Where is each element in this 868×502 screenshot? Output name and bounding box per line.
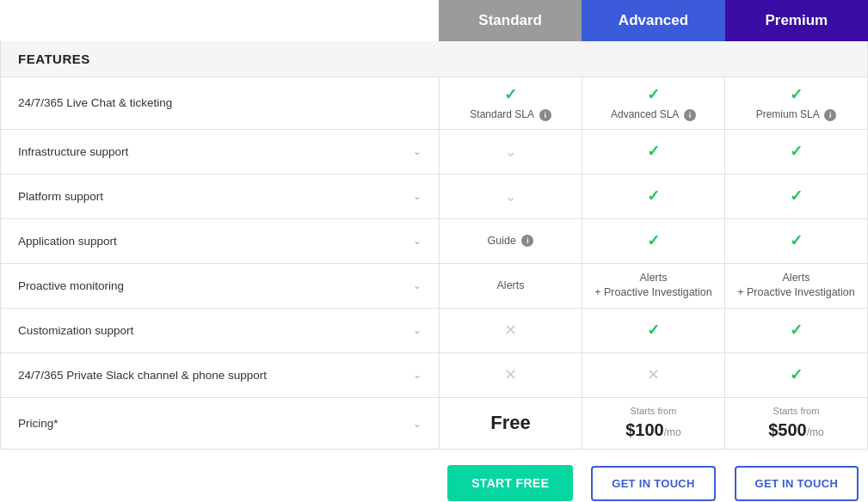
table-row: Pricing* ⌄ Free Starts from $100/mo Star… <box>1 398 867 449</box>
check-icon: ✓ <box>790 320 803 341</box>
features-section: FEATURES 24/7/365 Live Chat & ticketing … <box>0 41 868 450</box>
check-icon: ✓ <box>790 186 803 207</box>
feature-label: Proactive monitoring ⌄ <box>1 264 440 308</box>
cta-row: START FREE GET IN TOUCH GET IN TOUCH <box>439 450 868 502</box>
chevron-icon: ⌄ <box>413 324 422 336</box>
advanced-cell: Alerts + Proactive Investigation <box>582 264 725 308</box>
standard-cell: Guide i <box>440 219 582 263</box>
check-icon: ✓ <box>790 84 803 106</box>
advanced-cell: Starts from $100/mo <box>582 398 725 449</box>
premium-cell: ✓ Premium SLA i <box>725 77 867 129</box>
chevron-icon: ⌄ <box>413 418 422 430</box>
premium-cell: ✓ <box>725 309 867 352</box>
advanced-cell: ✓ <box>582 130 725 174</box>
chevron-icon: ⌄ <box>413 369 422 381</box>
table-row: Infrastructure support ⌄ ⌄ ✓ ✓ <box>1 130 867 174</box>
feature-label: Application support ⌄ <box>1 219 440 263</box>
standard-cell: ✕ <box>440 353 582 397</box>
chevron-icon: ⌄ <box>413 145 422 157</box>
standard-cell: Free <box>440 398 582 449</box>
feature-label: Pricing* ⌄ <box>1 398 440 449</box>
x-icon: ✕ <box>504 320 517 341</box>
premium-cell: ✓ <box>725 174 867 218</box>
table-row: 24/7/365 Private Slack channel & phone s… <box>1 353 867 398</box>
premium-get-in-touch-button[interactable]: GET IN TOUCH <box>735 466 859 501</box>
check-icon: ✓ <box>647 141 660 162</box>
advanced-cell: ✓ <box>582 219 725 263</box>
check-icon: ✓ <box>790 230 803 252</box>
check-icon: ✓ <box>790 364 803 386</box>
info-icon[interactable]: i <box>521 235 533 247</box>
table-row: 24/7/365 Live Chat & ticketing ✓ Standar… <box>1 77 867 130</box>
check-icon: ✓ <box>647 84 660 106</box>
advanced-cell: ✓ Advanced SLA i <box>582 77 725 129</box>
chevron-icon: ⌄ <box>413 235 422 247</box>
cross-icon: ⌄ <box>504 141 517 162</box>
premium-cell: Alerts + Proactive Investigation <box>725 264 867 308</box>
feature-label: 24/7/365 Private Slack channel & phone s… <box>1 353 440 397</box>
check-icon: ✓ <box>504 84 517 106</box>
premium-cell: ✓ <box>725 130 867 174</box>
premium-cell: ✓ <box>725 353 867 397</box>
premium-cell: ✓ <box>725 219 867 263</box>
start-free-button[interactable]: START FREE <box>447 465 573 501</box>
standard-cta: START FREE <box>439 465 582 501</box>
standard-cell: ✕ <box>440 309 582 352</box>
info-icon[interactable]: i <box>684 109 696 121</box>
feature-label: 24/7/365 Live Chat & ticketing <box>1 77 440 129</box>
chevron-icon: ⌄ <box>413 190 422 202</box>
info-icon[interactable]: i <box>539 109 551 121</box>
standard-cell: ⌄ <box>440 130 582 174</box>
check-icon: ✓ <box>790 141 803 162</box>
standard-cell: Alerts <box>440 264 582 308</box>
advanced-header: Advanced <box>582 0 724 41</box>
standard-cell: ✓ Standard SLA i <box>440 77 582 129</box>
feature-label: Platform support ⌄ <box>1 174 440 218</box>
pricing-table: Standard Advanced Premium FEATURES 24/7/… <box>0 0 868 502</box>
standard-header: Standard <box>439 0 582 41</box>
features-heading: FEATURES <box>1 41 867 77</box>
table-row: Platform support ⌄ ⌄ ✓ ✓ <box>1 174 867 219</box>
chevron-icon: ⌄ <box>413 279 422 291</box>
table-row: Proactive monitoring ⌄ Alerts Alerts + P… <box>1 264 867 309</box>
x-icon: ✕ <box>504 364 517 386</box>
table-row: Customization support ⌄ ✕ ✓ ✓ <box>1 309 867 353</box>
plan-header: Standard Advanced Premium <box>439 0 868 41</box>
check-icon: ✓ <box>647 230 660 252</box>
cross-icon: ⌄ <box>504 186 517 207</box>
advanced-cell: ✓ <box>582 174 725 218</box>
feature-label: Infrastructure support ⌄ <box>1 130 440 174</box>
advanced-get-in-touch-button[interactable]: GET IN TOUCH <box>591 466 716 501</box>
premium-header: Premium <box>725 0 868 41</box>
info-icon[interactable]: i <box>824 109 836 121</box>
check-icon: ✓ <box>647 320 660 341</box>
check-icon: ✓ <box>647 186 660 207</box>
advanced-cell: ✕ <box>582 353 725 397</box>
standard-cell: ⌄ <box>440 174 582 218</box>
premium-cell: Starts from $500/mo <box>725 398 867 449</box>
advanced-cta: GET IN TOUCH <box>582 465 724 501</box>
x-icon: ✕ <box>647 364 660 386</box>
advanced-cell: ✓ <box>582 309 725 352</box>
feature-label: Customization support ⌄ <box>1 309 440 352</box>
premium-cta: GET IN TOUCH <box>725 465 868 501</box>
table-row: Application support ⌄ Guide i ✓ ✓ <box>1 219 867 264</box>
